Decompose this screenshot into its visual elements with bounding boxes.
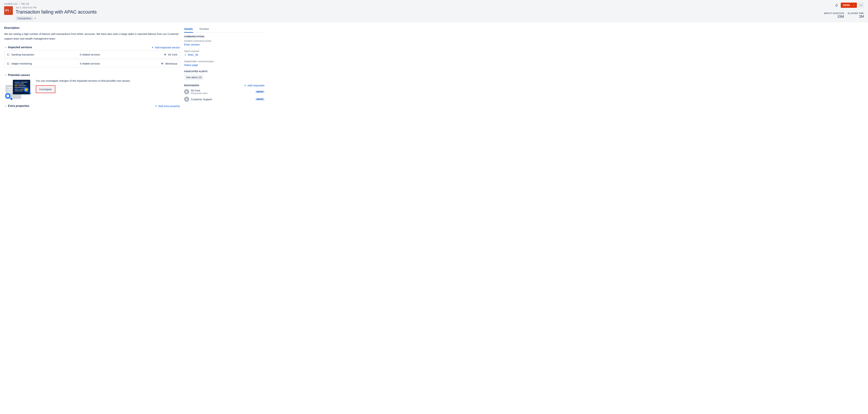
add-responder-link[interactable]: Add responder <box>244 84 265 87</box>
status-button-label: OPEN <box>843 4 850 7</box>
investigate-button[interactable]: Investigate <box>37 87 54 92</box>
chevron-down-icon <box>4 46 7 49</box>
svg-rect-3 <box>185 55 185 55</box>
timestamp: Jun 3, 2020 9:41 PM <box>16 6 97 9</box>
breadcrumb-id[interactable]: INC-46 <box>21 2 29 5</box>
service-related: 5 related services <box>80 53 143 56</box>
svg-rect-4 <box>186 55 186 55</box>
responder-sub: Responder team <box>191 92 208 95</box>
priority-text: P1 <box>5 9 9 12</box>
tag-chip[interactable]: Transactions <box>16 16 33 20</box>
extra-properties-toggle[interactable]: Extra properties <box>4 104 29 107</box>
breadcrumb: Incident List / INC-46 <box>4 2 97 5</box>
status-page-link[interactable]: Status page <box>184 64 265 66</box>
see-alerts-button[interactable]: See alerts (2) <box>184 74 204 80</box>
potential-causes-label: Potential causes <box>8 73 30 77</box>
page-title: Transaction failing with APAC accounts <box>16 9 97 15</box>
responder-name: Customer Support <box>191 98 212 101</box>
tab-timeline[interactable]: Timeline <box>199 26 209 32</box>
chevron-down-icon <box>852 4 855 6</box>
impacted-services-label: Impacted services <box>8 46 32 49</box>
alerts-heading: ASSOCIATED ALERTS <box>184 70 265 73</box>
more-actions-button[interactable] <box>858 2 864 8</box>
add-extra-property-link[interactable]: Add extra property <box>155 105 180 107</box>
slack-icon <box>184 54 187 56</box>
potential-causes-text: You can investigate changes of the impac… <box>36 79 130 83</box>
enter-session-link[interactable]: Enter session <box>184 43 265 46</box>
impacted-services-toggle[interactable]: Impacted services <box>4 46 32 49</box>
svg-point-2 <box>862 5 862 5</box>
team-avatar-icon <box>184 89 189 94</box>
extra-properties-label: Extra properties <box>8 104 29 107</box>
add-impacted-service-link[interactable]: Add impacted service <box>151 46 180 49</box>
svg-rect-6 <box>185 55 186 56</box>
header-band: Incident List / INC-46 P1 Jun 3, 2020 9:… <box>0 0 868 22</box>
impacted-service-row[interactable]: ledger-monitoring 3 related services Ale… <box>4 60 180 67</box>
investigate-illustration <box>4 79 32 100</box>
plus-icon <box>244 84 247 87</box>
investigate-highlight: Investigate <box>36 85 55 93</box>
breadcrumb-sep: / <box>19 2 20 5</box>
svg-point-1 <box>861 5 861 5</box>
responder-row: Customer Support AWARE <box>184 97 265 102</box>
svg-point-0 <box>860 5 860 5</box>
team-icon <box>161 62 164 65</box>
svg-rect-5 <box>185 54 186 55</box>
icc-label: Incident command center <box>184 39 265 42</box>
description-text: We are seeing a high number of failures … <box>4 32 180 41</box>
service-related: 3 related services <box>80 62 143 65</box>
responders-heading: RESPONDERS <box>184 84 199 87</box>
service-team: 50 Cent <box>168 53 177 56</box>
impact-duration-value: 15M <box>824 14 844 19</box>
responder-row: 50 Cent Responder team AWARE <box>184 89 265 95</box>
add-impacted-service-label: Add impacted service <box>155 46 180 49</box>
responder-status-badge: AWARE <box>255 98 265 101</box>
status-button[interactable]: OPEN <box>841 3 857 8</box>
slack-channel-link[interactable]: #INC_46 <box>188 53 198 56</box>
impact-duration-label: IMPACT DURATION <box>824 12 844 14</box>
side-column: Details Timeline COMMUNICATIONS Incident… <box>184 22 267 113</box>
service-team: Alextrasza <box>165 62 177 65</box>
side-tabs: Details Timeline <box>184 26 265 33</box>
service-icon <box>7 62 10 65</box>
chevron-down-icon <box>9 9 12 12</box>
description-heading: Description <box>4 26 180 30</box>
communications-heading: COMMUNICATIONS <box>184 35 265 38</box>
responder-status-badge: AWARE <box>255 90 265 93</box>
priority-badge[interactable]: P1 <box>4 6 13 15</box>
stakeholder-label: Stakeholder communication <box>184 60 265 63</box>
potential-causes-toggle[interactable]: Potential causes <box>4 73 180 77</box>
breadcrumb-root[interactable]: Incident List <box>4 2 17 5</box>
refresh-icon[interactable] <box>834 2 839 8</box>
service-name: ledger-monitoring <box>12 62 32 65</box>
add-responder-label: Add responder <box>248 84 265 87</box>
tab-details[interactable]: Details <box>184 26 193 33</box>
add-tag-button[interactable]: + <box>34 16 36 20</box>
elapsed-label: ELAPSED TIME <box>848 12 864 14</box>
service-icon <box>7 53 10 56</box>
slack-label: Slack channel <box>184 50 265 53</box>
impacted-service-row[interactable]: banking-transaction 5 related services 5… <box>4 50 180 58</box>
plus-icon <box>151 46 154 49</box>
responder-name: 50 Cent <box>191 89 208 92</box>
main-column: Description We are seeing a high number … <box>0 22 184 113</box>
elapsed-value: 2M <box>848 14 864 19</box>
chevron-down-icon <box>4 74 7 76</box>
team-avatar-icon <box>184 97 189 102</box>
service-name: banking-transaction <box>12 53 34 56</box>
chevron-right-icon <box>4 105 7 107</box>
plus-icon <box>155 105 157 107</box>
add-extra-property-label: Add extra property <box>158 105 180 107</box>
team-icon <box>163 53 167 56</box>
